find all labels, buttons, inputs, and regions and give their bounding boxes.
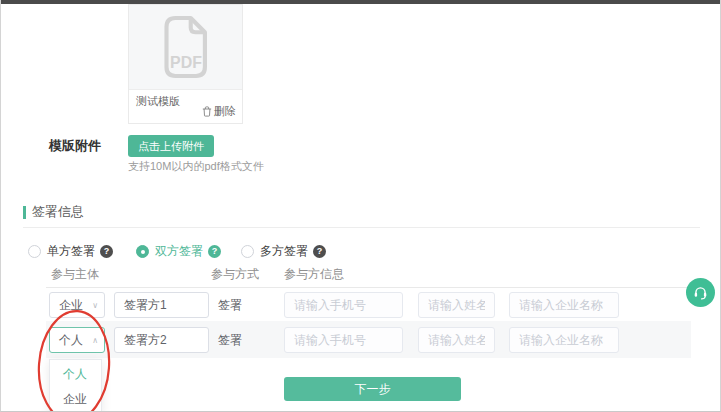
pdf-badge-text: PDF: [170, 54, 202, 71]
headset-icon: [692, 284, 709, 301]
radio-multi-party-sign[interactable]: 多方签署 ?: [241, 243, 326, 260]
top-border-bar: [1, 0, 720, 4]
column-header-participant-subject: 参与主体: [51, 266, 99, 283]
trash-icon: [202, 106, 212, 117]
subject-select-row1[interactable]: 企业 ∨: [49, 292, 105, 318]
delete-template-button[interactable]: 删除: [202, 104, 236, 119]
radio-label: 单方签署: [47, 243, 95, 260]
company-input-row1[interactable]: [509, 292, 619, 318]
subject-dropdown-menu: 个人 企业: [49, 359, 102, 412]
name-input-row1[interactable]: [418, 292, 495, 318]
participation-mode-row2: 签署: [218, 327, 242, 353]
pdf-file-icon: PDF: [160, 15, 212, 79]
radio-label: 多方签署: [260, 243, 308, 260]
table-header-divider: [46, 287, 689, 288]
chevron-up-icon: ∧: [92, 336, 98, 345]
help-icon[interactable]: ?: [100, 245, 113, 258]
next-step-button[interactable]: 下一步: [284, 377, 461, 401]
delete-label: 删除: [214, 104, 236, 119]
template-attachment-label: 模版附件: [49, 137, 101, 155]
help-icon[interactable]: ?: [313, 245, 326, 258]
section-accent-bar: [23, 206, 26, 219]
column-header-participation-mode: 参与方式: [211, 266, 259, 283]
section-title-text: 签署信息: [32, 203, 84, 221]
phone-input-row1[interactable]: [284, 292, 403, 318]
chevron-down-icon: ∨: [92, 301, 98, 310]
radio-two-party-sign[interactable]: 双方签署 ?: [136, 243, 221, 260]
customer-service-button[interactable]: [686, 278, 715, 307]
dropdown-option-company[interactable]: 企业: [50, 387, 101, 412]
radio-single-party-sign[interactable]: 单方签署 ?: [28, 243, 113, 260]
pdf-preview-area: PDF: [129, 5, 242, 90]
radio-unchecked-icon: [241, 245, 254, 258]
subject-select-row2[interactable]: 个人 ∧: [49, 327, 105, 353]
upload-hint-text: 支持10M以内的pdf格式文件: [128, 159, 264, 174]
column-header-participant-info: 参与方信息: [284, 266, 344, 283]
radio-checked-icon: [136, 245, 149, 258]
sign-info-section-header: 签署信息: [23, 203, 84, 221]
radio-unchecked-icon: [28, 245, 41, 258]
upload-attachment-button[interactable]: 点击上传附件: [128, 135, 214, 157]
radio-label: 双方签署: [155, 243, 203, 260]
participation-mode-row1: 签署: [218, 292, 242, 318]
help-icon[interactable]: ?: [208, 245, 221, 258]
section-divider: [23, 227, 700, 228]
phone-input-row2[interactable]: [284, 327, 403, 353]
signer-name-input-row2[interactable]: [114, 327, 209, 353]
subject-select-value: 个人: [59, 332, 83, 349]
subject-select-value: 企业: [59, 297, 83, 314]
dropdown-option-person[interactable]: 个人: [50, 362, 101, 387]
template-setup-page: PDF 测试模版 删除 模版附件 点击上传附件 支持10M以内的pdf格式文件 …: [0, 0, 721, 412]
company-input-row2[interactable]: [509, 327, 619, 353]
uploaded-template-card: PDF 测试模版 删除: [128, 4, 243, 124]
signer-name-input-row1[interactable]: [114, 292, 209, 318]
name-input-row2[interactable]: [418, 327, 495, 353]
